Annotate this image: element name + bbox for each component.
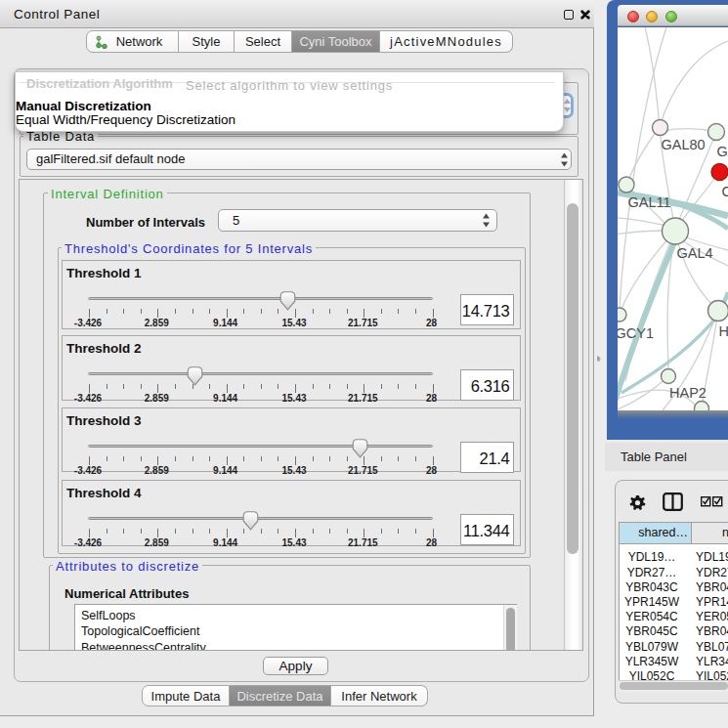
svg-text:CA: CA: [722, 184, 728, 199]
svg-text:HI: HI: [719, 323, 728, 339]
svg-text:GAL11: GAL11: [628, 194, 671, 210]
svg-text:GAL4: GAL4: [677, 245, 713, 261]
svg-text:GA: GA: [717, 144, 728, 159]
svg-text:HAP2: HAP2: [669, 385, 707, 401]
svg-text:GAL80: GAL80: [662, 137, 706, 152]
svg-text:GCY1: GCY1: [618, 325, 654, 341]
